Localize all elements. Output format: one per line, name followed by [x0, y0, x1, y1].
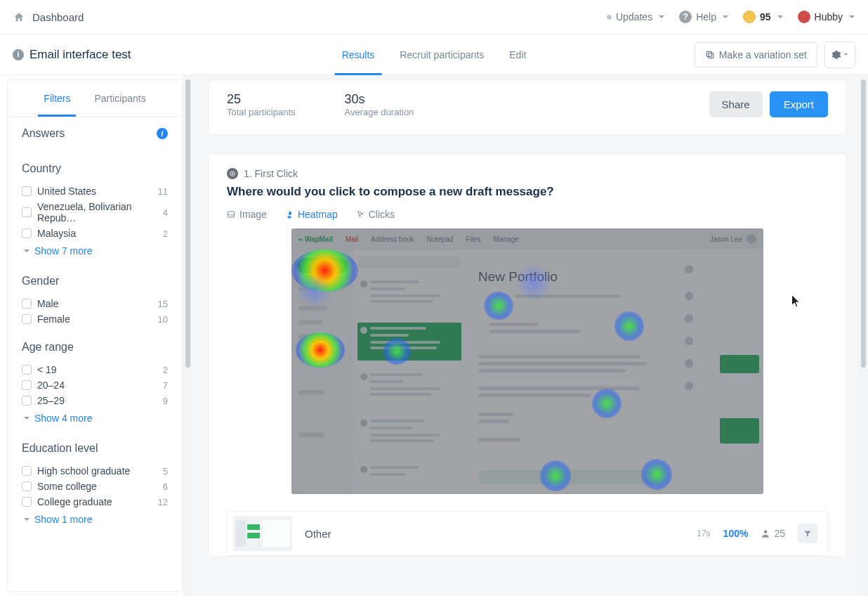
checkbox[interactable]	[22, 396, 32, 406]
target-icon	[227, 168, 238, 179]
filter-option[interactable]: Venezuela, Bolivarian Repub…4	[22, 199, 168, 226]
svg-rect-1	[708, 53, 713, 58]
summary-card: 25 Total participants 30s Average durati…	[208, 79, 847, 135]
updates-menu[interactable]: Updates	[607, 11, 665, 22]
answer-percent: 100%	[723, 528, 749, 539]
filter-button[interactable]	[798, 524, 817, 543]
answer-row[interactable]: Other 17s 100% 25	[227, 511, 828, 556]
filter-option[interactable]: Malaysia2	[22, 226, 168, 241]
tab-edit[interactable]: Edit	[509, 34, 526, 74]
checkbox[interactable]	[22, 481, 32, 491]
view-image[interactable]: Image	[227, 209, 267, 220]
view-clicks[interactable]: Clicks	[356, 209, 395, 220]
info-icon[interactable]: i	[157, 128, 168, 139]
filter-answers: Answers i	[8, 117, 182, 153]
filter-option[interactable]: Some college6	[22, 479, 168, 494]
answer-time: 17s	[697, 529, 710, 538]
scrollbar[interactable]	[183, 75, 192, 596]
checkbox[interactable]	[22, 186, 32, 196]
show-more-link[interactable]: Show 1 more	[22, 510, 168, 529]
show-more-link[interactable]: Show 7 more	[22, 241, 168, 261]
help-icon: ?	[679, 11, 692, 23]
filter-option[interactable]: Female10	[22, 311, 168, 327]
question-tag: 1. First Click	[227, 168, 828, 179]
chevron-down-icon	[843, 53, 848, 56]
filter-option[interactable]: 20–247	[22, 377, 168, 393]
checkbox[interactable]	[22, 228, 32, 238]
stack-icon	[705, 50, 715, 60]
checkbox[interactable]	[22, 497, 32, 507]
show-more-link[interactable]: Show 4 more	[22, 408, 168, 428]
filter-option[interactable]: College graduate12	[22, 494, 168, 510]
answer-count: 25	[761, 528, 785, 539]
svg-point-3	[232, 173, 234, 175]
view-tabs: Image Heatmap Clicks	[227, 209, 828, 220]
checkbox[interactable]	[22, 299, 32, 309]
home-icon[interactable]	[13, 11, 25, 23]
credits-menu[interactable]: 95	[743, 11, 784, 23]
chevron-down-icon	[722, 15, 729, 19]
checkbox[interactable]	[22, 380, 32, 390]
checkbox[interactable]	[22, 207, 32, 217]
question-card: 1. First Click Where would you click to …	[208, 153, 847, 557]
chevron-down-icon	[777, 15, 784, 19]
chevron-down-icon	[23, 416, 30, 420]
scrollbar[interactable]	[858, 75, 868, 596]
filters-panel: Filters Participants Answers i Country U…	[7, 79, 183, 592]
funnel-icon	[803, 529, 812, 538]
page-header: i Email interface test Results Recruit p…	[0, 34, 868, 75]
chevron-down-icon	[658, 15, 665, 19]
filter-option[interactable]: High school graduate5	[22, 463, 168, 479]
header-tabs: Results Recruit participants Edit	[342, 34, 527, 74]
checkbox[interactable]	[22, 466, 32, 476]
sidebar-tab-filters[interactable]: Filters	[44, 93, 70, 108]
view-heatmap[interactable]: Heatmap	[285, 209, 338, 220]
coin-icon	[743, 11, 756, 23]
user-menu[interactable]: Hubby	[798, 11, 855, 23]
export-button[interactable]: Export	[770, 91, 828, 117]
chevron-down-icon	[848, 15, 855, 19]
results-content: 25 Total participants 30s Average durati…	[192, 75, 858, 596]
sidebar-tab-participants[interactable]: Participants	[94, 93, 145, 108]
settings-button[interactable]	[824, 41, 855, 68]
dashboard-link[interactable]: Dashboard	[32, 11, 84, 23]
filter-age: Age range < 192 20–247 25–299 Show 4 mor…	[8, 331, 182, 432]
filter-education: Education level High school graduate5 So…	[8, 432, 182, 542]
filter-option[interactable]: Male15	[22, 296, 168, 311]
checkbox[interactable]	[22, 314, 32, 324]
section-title: Answers	[22, 127, 65, 140]
chevron-down-icon	[23, 249, 30, 253]
variation-button[interactable]: Make a variation set	[695, 42, 817, 67]
cursor-icon	[356, 210, 364, 219]
answer-label: Other	[305, 528, 331, 540]
image-icon	[227, 210, 235, 219]
question-text: Where would you click to compose a new d…	[227, 185, 828, 199]
metric-total: 25 Total participants	[227, 92, 296, 117]
svg-rect-0	[706, 51, 711, 56]
answer-thumbnail	[233, 516, 292, 551]
info-icon: i	[13, 49, 24, 60]
topbar: Dashboard Updates ? Help 95 Hubby	[0, 0, 868, 34]
page-title: Email interface test	[29, 48, 131, 62]
svg-point-5	[764, 530, 768, 533]
gear-icon	[831, 50, 841, 60]
filter-option[interactable]: United States11	[22, 183, 168, 199]
help-menu[interactable]: ? Help	[679, 11, 729, 23]
user-icon	[761, 529, 770, 538]
chevron-down-icon	[23, 517, 30, 522]
filter-option[interactable]: < 192	[22, 362, 168, 377]
metric-duration: 30s Average duration	[345, 92, 414, 117]
avatar	[798, 11, 810, 23]
checkbox[interactable]	[22, 365, 32, 375]
scroll-thumb[interactable]	[861, 79, 866, 368]
mouse-cursor	[791, 294, 801, 308]
tab-results[interactable]: Results	[342, 34, 375, 74]
heatmap-preview[interactable]: ⌁ WapMail Mail Address book Notepad File…	[291, 228, 763, 494]
filter-option[interactable]: 25–299	[22, 393, 168, 408]
tab-recruit[interactable]: Recruit participants	[400, 34, 484, 74]
status-dot	[607, 15, 612, 20]
scroll-thumb[interactable]	[185, 79, 190, 368]
share-button[interactable]: Share	[709, 91, 763, 117]
filter-gender: Gender Male15 Female10	[8, 265, 182, 331]
flame-icon	[285, 210, 294, 219]
